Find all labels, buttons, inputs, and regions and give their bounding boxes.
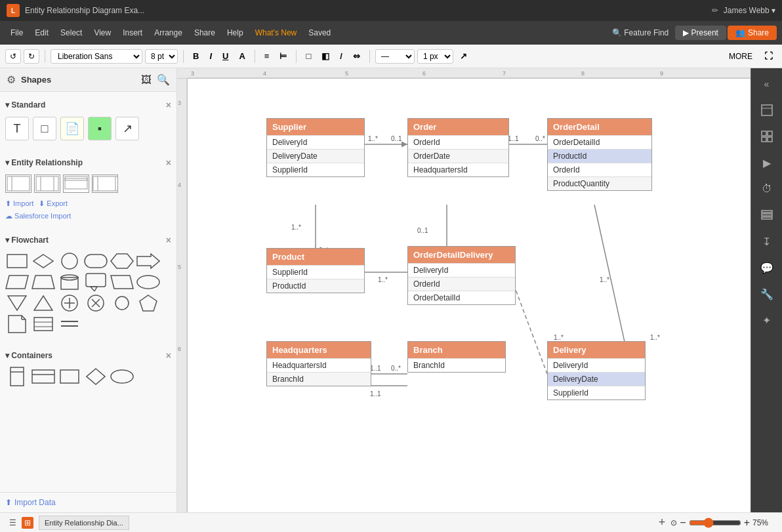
- line-color-button[interactable]: /: [336, 49, 346, 63]
- field-deliveryid[interactable]: DeliveryId: [267, 135, 364, 149]
- download-icon[interactable]: ↧: [756, 231, 777, 252]
- containers-header[interactable]: ▾ Containers ×: [5, 348, 171, 363]
- field-orderdetailid-odd[interactable]: OrderDetailId: [408, 291, 515, 304]
- search-icon[interactable]: 🔍: [157, 73, 170, 86]
- import-button[interactable]: ⬆ Import: [5, 199, 33, 208]
- share-button[interactable]: 👥 Share: [728, 26, 777, 40]
- cs-rect[interactable]: [58, 367, 81, 386]
- import-data-footer[interactable]: ⬆ Import Data: [0, 492, 176, 512]
- add-tab-button[interactable]: +: [659, 516, 666, 529]
- fit-icon[interactable]: ⊙: [670, 518, 677, 527]
- fc-cylinder[interactable]: [58, 273, 81, 291]
- menu-share[interactable]: Share: [189, 26, 220, 40]
- fc-arrow-right[interactable]: [136, 252, 160, 270]
- standard-close[interactable]: ×: [166, 100, 171, 110]
- user-menu[interactable]: James Webb ▾: [724, 6, 775, 15]
- align-right-button[interactable]: ⊨: [276, 49, 291, 63]
- image-icon[interactable]: 🖼: [141, 74, 152, 86]
- zoom-out-button[interactable]: −: [680, 517, 686, 529]
- fc-parallelogram[interactable]: [5, 273, 29, 291]
- entity-delivery[interactable]: Delivery DeliveryId DeliveryDate Supplie…: [547, 341, 646, 400]
- er-close[interactable]: ×: [166, 157, 171, 168]
- entity-headquarters[interactable]: Headquarters HeadquartersId BranchId: [266, 341, 371, 386]
- menu-select[interactable]: Select: [55, 26, 87, 40]
- flowchart-close[interactable]: ×: [166, 235, 171, 245]
- grid-icon[interactable]: [756, 126, 777, 147]
- entity-product[interactable]: Product SupplierId ProductId: [266, 248, 365, 293]
- italic-button[interactable]: I: [205, 49, 216, 63]
- layers-icon[interactable]: [756, 205, 777, 226]
- canvas-container[interactable]: 3 4 5 6 7 8 9 3 4 5 6 1..*: [177, 68, 751, 512]
- bold-button[interactable]: B: [189, 49, 203, 63]
- field-deliveryid-d[interactable]: DeliveryId: [548, 358, 645, 372]
- field-orderid-odd[interactable]: OrderId: [408, 277, 515, 291]
- align-left-button[interactable]: ≡: [260, 49, 274, 63]
- er-shape-2[interactable]: [34, 174, 60, 193]
- expand-button[interactable]: ⛶: [760, 49, 777, 63]
- menu-arrange[interactable]: Arrange: [149, 26, 188, 40]
- fc-circle[interactable]: [58, 252, 81, 270]
- fc-oval[interactable]: [136, 273, 160, 291]
- diagram-canvas[interactable]: 1..* 0..1 1..1 0..* 1..* 0..* 1..* 0..1 …: [188, 79, 751, 512]
- fc-trapezoid[interactable]: [31, 273, 55, 291]
- field-productid-od[interactable]: ProductId: [548, 149, 651, 163]
- font-family-select[interactable]: Liberation Sans: [51, 49, 142, 64]
- fc-cross[interactable]: [84, 294, 108, 312]
- field-hqid[interactable]: HeadquartersId: [267, 358, 371, 372]
- shape-note[interactable]: 📄: [60, 117, 84, 140]
- fc-equals[interactable]: [58, 315, 81, 333]
- star-icon[interactable]: ✦: [756, 310, 777, 331]
- menu-edit[interactable]: Edit: [30, 26, 54, 40]
- fc-list[interactable]: [31, 315, 55, 333]
- redo-button[interactable]: ↻: [24, 49, 39, 64]
- fc-pentagon[interactable]: [136, 294, 160, 312]
- zoom-in-button[interactable]: +: [744, 517, 750, 529]
- settings-icon[interactable]: 🔧: [756, 283, 777, 304]
- field-deliveryid-odd[interactable]: DeliveryId: [408, 263, 515, 277]
- menu-file[interactable]: File: [5, 26, 28, 40]
- field-productquantity[interactable]: ProductQuantity: [548, 176, 651, 190]
- fc-hex[interactable]: [110, 252, 134, 270]
- field-deliverydate[interactable]: DeliveryDate: [267, 149, 364, 163]
- shape-fill2-button[interactable]: ◧: [318, 49, 333, 63]
- shape-fill-button[interactable]: □: [302, 49, 315, 63]
- connection-button[interactable]: ⇔: [349, 49, 364, 63]
- entity-order[interactable]: Order OrderId OrderDate HeadquartersId: [407, 118, 509, 177]
- shape-arrow[interactable]: ↗: [115, 117, 139, 140]
- fc-plus[interactable]: [58, 294, 81, 312]
- feature-find[interactable]: 🔍 Feature Find: [607, 26, 674, 40]
- entity-orderdetail[interactable]: OrderDetail OrderDetailId ProductId Orde…: [547, 118, 652, 191]
- shape-rect[interactable]: □: [33, 117, 56, 140]
- field-supplierid[interactable]: SupplierId: [267, 163, 364, 176]
- menu-whats-new[interactable]: What's New: [250, 26, 302, 40]
- format-panel-icon[interactable]: [756, 100, 777, 121]
- field-orderdetailid[interactable]: OrderDetailId: [548, 135, 651, 149]
- more-button[interactable]: MORE: [724, 50, 758, 63]
- standard-header[interactable]: ▾ Standard ×: [5, 97, 171, 113]
- containers-close[interactable]: ×: [166, 350, 171, 361]
- field-orderid[interactable]: OrderId: [408, 135, 508, 149]
- field-branchid[interactable]: BranchId: [408, 358, 505, 372]
- fc-parallelogram2[interactable]: [110, 273, 134, 291]
- zoom-slider[interactable]: [689, 518, 741, 528]
- fc-triangle-up[interactable]: [31, 294, 55, 312]
- field-orderdate[interactable]: OrderDate: [408, 149, 508, 163]
- export-button[interactable]: ⬇ Export: [39, 199, 68, 208]
- gear-icon[interactable]: ⚙: [7, 73, 16, 86]
- tab-entity-relationship[interactable]: Entity Relationship Dia...: [39, 516, 129, 530]
- fc-diamond[interactable]: [31, 252, 55, 270]
- present-button[interactable]: ▶ Present: [675, 26, 726, 40]
- menu-view[interactable]: View: [89, 26, 116, 40]
- field-headquartersid[interactable]: HeadquartersId: [408, 163, 508, 176]
- comment-icon[interactable]: 💬: [756, 257, 777, 278]
- menu-help[interactable]: Help: [222, 26, 249, 40]
- fc-note[interactable]: [5, 315, 29, 333]
- undo-button[interactable]: ↺: [5, 49, 21, 64]
- field-productid-p[interactable]: ProductId: [267, 279, 364, 293]
- grid-view-button[interactable]: ⊞: [22, 517, 33, 529]
- font-size-select[interactable]: 8 pt: [145, 49, 178, 64]
- er-header[interactable]: ▾ Entity Relationship ×: [5, 155, 171, 171]
- field-orderid-od[interactable]: OrderId: [548, 163, 651, 176]
- shape-green[interactable]: ▪: [88, 117, 112, 140]
- cs-oval[interactable]: [110, 367, 134, 386]
